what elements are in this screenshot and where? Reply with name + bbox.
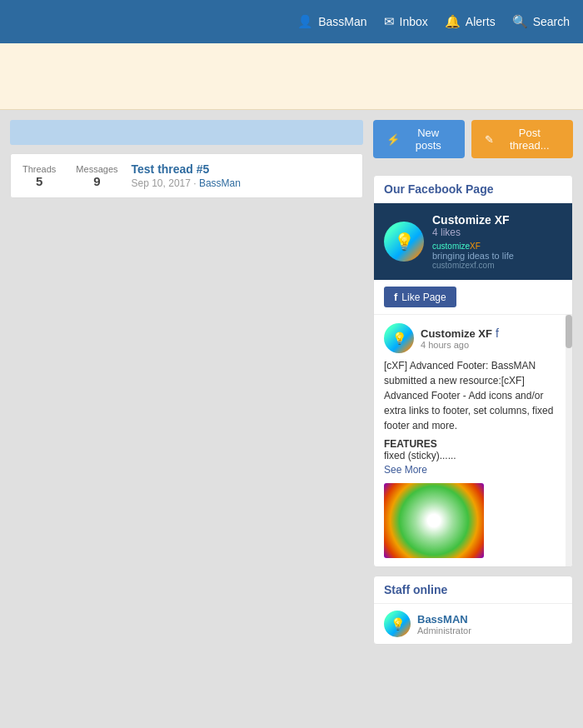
nav-inbox[interactable]: ✉ Inbox (384, 14, 428, 29)
staff-member-role: Administrator (417, 626, 471, 636)
nav-user[interactable]: 👤 BassMan (297, 14, 366, 29)
thread-info: Test thread #5 Sep 10, 2017 · BassMan (132, 162, 351, 189)
staff-member-name[interactable]: BassMAN (417, 613, 471, 626)
staff-member-row: 💡 BassMAN Administrator (374, 604, 572, 644)
nav-alerts[interactable]: 🔔 Alerts (445, 14, 496, 29)
facebook-post: 💡 Customize XF f 4 hours ago [cXF] Advan… (374, 315, 572, 566)
staff-online-title: Staff online (374, 576, 572, 604)
facebook-tagline: bringing ideas to life (432, 251, 514, 261)
messages-count: 9 (76, 174, 117, 188)
nav-search-label: Search (533, 15, 570, 28)
facebook-feed: 💡 Customize XF f 4 hours ago [cXF] Advan… (374, 314, 572, 566)
facebook-scrollbar-thumb (566, 315, 572, 348)
thread-separator: · (193, 177, 196, 189)
facebook-post-fixed: fixed (sticky)...... (384, 450, 562, 461)
facebook-like-label: Like Page (401, 292, 446, 303)
messages-stat: Messages 9 (76, 164, 117, 188)
staff-member-info: BassMAN Administrator (417, 613, 471, 636)
nav-inbox-label: Inbox (400, 15, 428, 28)
action-buttons: ⚡ New posts ✎ Post thread... (373, 120, 573, 158)
thread-meta: Sep 10, 2017 · BassMan (132, 177, 351, 189)
facebook-post-avatar: 💡 (384, 323, 414, 353)
facebook-see-more-link[interactable]: See More (384, 464, 427, 476)
threads-stat: Threads 5 (22, 164, 56, 188)
staff-online-widget: Staff online 💡 BassMAN Administrator (373, 576, 573, 645)
facebook-section-title: Our Facebook Page (374, 176, 572, 203)
nav-search[interactable]: 🔍 Search (512, 14, 570, 29)
facebook-brand-icon: f (496, 327, 499, 340)
facebook-url: customizexf.com (432, 261, 514, 270)
right-column: ⚡ New posts ✎ Post thread... Our Faceboo… (373, 120, 573, 645)
threads-label: Threads (22, 164, 56, 174)
post-thread-label: Post thread... (499, 127, 560, 152)
bolt-icon: ⚡ (386, 133, 400, 146)
facebook-post-author: Customize XF (421, 327, 492, 340)
thread-stats: Threads 5 Messages 9 (22, 164, 118, 188)
pencil-icon: ✎ (485, 133, 494, 146)
inbox-icon: ✉ (384, 14, 395, 29)
new-posts-button[interactable]: ⚡ New posts (373, 120, 465, 158)
facebook-page-name: Customize XF (432, 213, 514, 227)
thread-row: Threads 5 Messages 9 Test thread #5 Sep … (10, 153, 363, 198)
messages-label: Messages (76, 164, 117, 174)
user-icon: 👤 (297, 14, 313, 29)
threads-count: 5 (22, 174, 56, 188)
staff-avatar: 💡 (384, 611, 411, 637)
facebook-preview: 💡 Customize XF 4 likes customizeXF bring… (374, 203, 572, 280)
facebook-like-btn-wrapper: f Like Page (374, 280, 572, 314)
facebook-post-image (384, 483, 484, 558)
thread-title[interactable]: Test thread #5 (132, 162, 351, 176)
nav-user-label: BassMan (318, 15, 366, 28)
thread-date: Sep 10, 2017 (132, 177, 191, 189)
post-thread-button[interactable]: ✎ Post thread... (471, 120, 573, 158)
facebook-likes: 4 likes (432, 227, 514, 238)
bell-icon: 🔔 (445, 14, 461, 29)
category-header-bar (10, 120, 363, 145)
facebook-page-logo: 💡 (384, 222, 424, 262)
fb-f-icon: f (394, 291, 397, 303)
banner-area (0, 43, 583, 110)
thread-author[interactable]: BassMan (199, 177, 241, 189)
facebook-post-meta: Customize XF f 4 hours ago (421, 327, 499, 350)
nav-alerts-label: Alerts (466, 15, 496, 28)
facebook-widget: Our Facebook Page 💡 Customize XF 4 likes… (373, 175, 573, 567)
main-content: Threads 5 Messages 9 Test thread #5 Sep … (0, 110, 583, 655)
search-icon: 🔍 (512, 14, 528, 29)
new-posts-label: New posts (405, 127, 451, 152)
left-column: Threads 5 Messages 9 Test thread #5 Sep … (10, 120, 363, 645)
facebook-post-header: 💡 Customize XF f 4 hours ago (384, 323, 562, 353)
facebook-post-body: [cXF] Advanced Footer: BassMAN submitted… (384, 358, 562, 433)
facebook-page-info: Customize XF 4 likes customizeXF bringin… (432, 213, 514, 270)
facebook-like-button[interactable]: f Like Page (384, 287, 456, 307)
facebook-scrollbar[interactable] (566, 315, 572, 566)
facebook-post-time: 4 hours ago (421, 340, 499, 350)
customize-xf-logo-text: customizeXF (432, 242, 481, 251)
top-navigation: 👤 BassMan ✉ Inbox 🔔 Alerts 🔍 Search (0, 0, 583, 43)
facebook-features-label: FEATURES (384, 438, 562, 450)
